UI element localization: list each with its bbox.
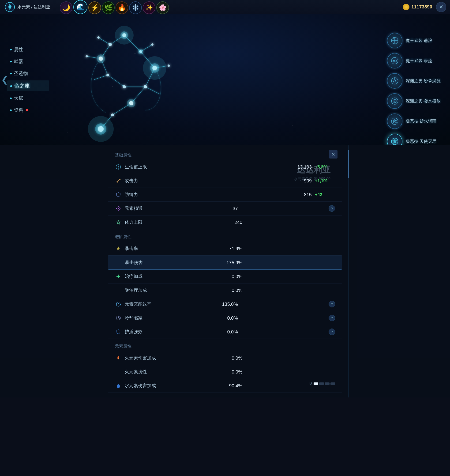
constellation-item-5[interactable]: 极恶技·斩水斩雨: [387, 113, 441, 129]
pyro-res-value: 0.0%: [214, 369, 242, 375]
stat-row-em: 元素精通 37 ?: [108, 202, 342, 215]
stat-row-crit-dmg: 暴击伤害 175.9%: [108, 256, 342, 270]
uv-label: U: [309, 382, 312, 386]
sidebar-label-weapon: 武器: [14, 58, 23, 65]
char-avatar-7: ✨: [143, 2, 155, 14]
cd-reduction-value: 0.0%: [210, 315, 238, 321]
char-tab-2[interactable]: 🌊: [73, 0, 87, 14]
const-icon-6: [387, 134, 403, 145]
char-tab-5[interactable]: 🔥: [116, 1, 128, 14]
character-tabs: 🌙 🌊 ⚡ 🌿 🔥 ❄️ ✨ 🌸: [60, 0, 169, 14]
em-help-button[interactable]: ?: [329, 205, 335, 212]
arrow-left-button[interactable]: ❮: [1, 75, 8, 85]
svg-point-25: [144, 85, 147, 88]
svg-rect-58: [117, 276, 120, 277]
svg-point-1: [9, 6, 11, 8]
energy-help-button[interactable]: ?: [329, 301, 335, 307]
char-tab-1[interactable]: 🌙: [60, 1, 72, 14]
gold-display: 11173890: [403, 4, 432, 10]
const-label-2: 魔王武装·暗流: [406, 58, 432, 64]
element-stats-title: 元素属性: [108, 341, 342, 351]
constellation-item-2[interactable]: 魔王武装·暗流: [387, 53, 441, 68]
top-nav: 水元素 / 达达利亚 🌙 🌊 ⚡ 🌿 🔥 ❄️ ✨ 🌸 11173: [0, 0, 450, 14]
const-icon-4: [387, 93, 403, 109]
notification-dot-info: [26, 109, 28, 111]
pyro-dmg-icon: [115, 355, 122, 362]
def-icon: [115, 191, 122, 198]
diamond-icon-weapon: ◆: [10, 60, 12, 63]
uv-indicator: U: [309, 382, 335, 386]
sidebar-label-constellation: 命之座: [14, 82, 30, 89]
heal-recv-value: 0.0%: [214, 288, 242, 293]
em-label: 元素精通: [125, 205, 210, 212]
panel-close-button[interactable]: ✕: [329, 150, 338, 159]
sidebar-label-info: 资料: [14, 107, 23, 113]
char-tab-8[interactable]: 🌸: [156, 1, 169, 14]
svg-point-35: [123, 85, 126, 88]
constellation-item-1[interactable]: 魔王武装·遄浪: [387, 33, 441, 48]
stat-row-hp: 生命值上限 13,103 +5,391: [108, 160, 342, 174]
stamina-value: 240: [214, 220, 242, 225]
char-tab-7[interactable]: ✨: [143, 1, 155, 14]
stat-row-def: 防御力 815 +42: [108, 188, 342, 202]
svg-point-27: [127, 99, 136, 107]
pyro-res-label: 火元素抗性: [125, 369, 214, 375]
shield-label: 护盾强效: [125, 329, 210, 335]
stat-row-crit-rate: 暴击率 71.9%: [108, 242, 342, 256]
heal-recv-label: 受治疗加成: [125, 287, 214, 293]
main-close-button[interactable]: ✕: [436, 2, 446, 12]
char-tab-3[interactable]: ⚡: [88, 1, 101, 14]
scrollbar-track[interactable]: [348, 145, 349, 398]
stamina-label: 体力上限: [125, 219, 214, 225]
stat-row-stamina: 体力上限 240: [108, 215, 342, 229]
shield-icon: [115, 328, 122, 335]
energy-value: 135.0%: [210, 302, 238, 307]
svg-point-31: [108, 43, 112, 46]
energy-label: 元素充能效率: [125, 301, 210, 307]
game-logo-icon: [5, 2, 15, 12]
char-avatar-3: ⚡: [89, 2, 101, 14]
svg-point-28: [111, 113, 114, 116]
svg-point-33: [97, 54, 105, 63]
def-label: 防御力: [125, 191, 284, 198]
stamina-icon: [115, 219, 122, 226]
svg-point-42: [88, 116, 114, 142]
char-tab-4[interactable]: 🌿: [102, 1, 115, 14]
crit-dmg-label: 暴击伤害: [125, 260, 214, 266]
const-label-5: 极恶技·斩水斩雨: [406, 119, 436, 124]
char-tab-6[interactable]: ❄️: [129, 1, 142, 14]
char-avatar-5: 🔥: [116, 2, 128, 14]
svg-line-15: [145, 87, 159, 94]
svg-line-11: [108, 75, 124, 87]
constellation-artwork: [42, 21, 206, 143]
const-icon-2: [387, 53, 403, 68]
svg-point-55: [118, 208, 119, 209]
svg-point-36: [151, 43, 154, 46]
pyro-dmg-label: 火元素伤害加成: [125, 355, 214, 361]
atk-value: 909: [284, 178, 312, 184]
em-icon: [115, 205, 122, 212]
def-value: 815: [284, 192, 312, 197]
crit-rate-label: 暴击率: [125, 245, 214, 252]
crit-dmg-icon: [115, 259, 122, 266]
svg-point-39: [86, 55, 88, 57]
pyro-res-icon: [115, 368, 122, 375]
logo-area: 水元素 / 达达利亚: [0, 2, 55, 12]
crit-rate-icon: [115, 245, 122, 252]
heal-recv-icon: [115, 287, 122, 294]
hp-icon: [115, 163, 122, 171]
shield-help-button[interactable]: ?: [329, 328, 335, 335]
char-avatar-8: 🌸: [157, 2, 169, 14]
svg-point-51: [394, 101, 395, 101]
cd-reduction-help-button[interactable]: ?: [329, 315, 335, 321]
constellation-item-6[interactable]: 极恶技·天使灭尽: [387, 134, 441, 145]
advanced-stats-title: 进阶属性: [108, 232, 342, 242]
scrollbar-thumb[interactable]: [348, 150, 349, 178]
atk-bonus: +1,101: [312, 178, 335, 183]
constellation-item-4[interactable]: 深渊之灾·凝水盛放: [387, 93, 441, 109]
heal-bonus-label: 治疗加成: [125, 274, 214, 280]
char-avatar-6: ❄️: [130, 2, 141, 14]
constellation-item-3[interactable]: 深渊之灾·纷争涡源: [387, 73, 441, 89]
stat-row-heal-recv: 受治疗加成 0.0%: [108, 284, 342, 297]
diamond-icon-info: ◆: [10, 108, 12, 112]
